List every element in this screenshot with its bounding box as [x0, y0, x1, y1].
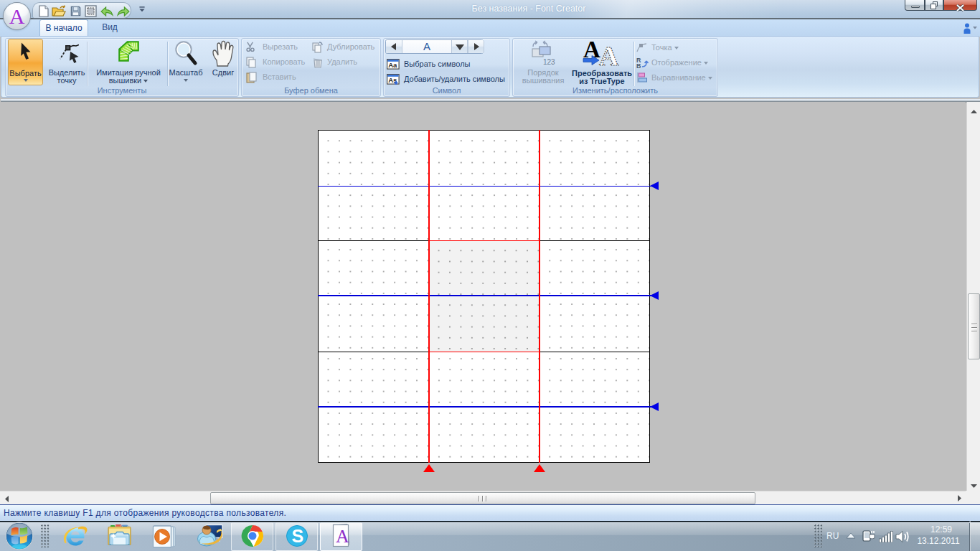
svg-text:A: A: [599, 41, 619, 68]
svg-text:123: 123: [543, 58, 555, 66]
svg-text:A: A: [336, 526, 349, 547]
svg-text:Aa: Aa: [388, 61, 397, 69]
svg-text:B: B: [636, 62, 641, 69]
svg-text:S: S: [292, 526, 304, 546]
